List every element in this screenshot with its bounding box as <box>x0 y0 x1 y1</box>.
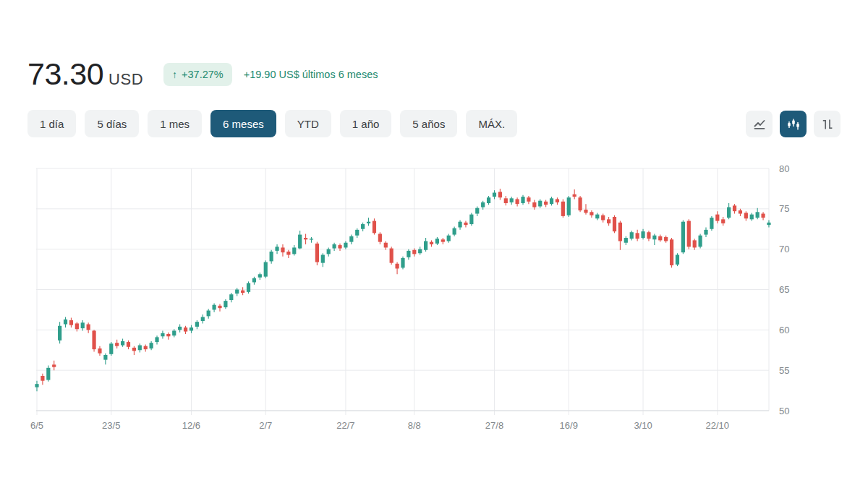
candle[interactable] <box>150 341 153 350</box>
candle[interactable] <box>52 361 56 370</box>
candle[interactable] <box>435 237 439 245</box>
candle[interactable] <box>487 196 490 205</box>
candle[interactable] <box>607 217 610 226</box>
candle[interactable] <box>521 195 524 205</box>
candle[interactable] <box>247 281 250 294</box>
candle[interactable] <box>344 241 347 249</box>
candle[interactable] <box>64 317 67 328</box>
candle[interactable] <box>504 196 508 205</box>
candle[interactable] <box>516 197 519 206</box>
candle[interactable] <box>441 238 445 244</box>
candle[interactable] <box>41 374 44 385</box>
candle[interactable] <box>573 189 576 199</box>
candle[interactable] <box>767 220 770 227</box>
candle[interactable] <box>252 277 256 285</box>
candle[interactable] <box>430 240 433 247</box>
candle[interactable] <box>315 242 319 265</box>
candle[interactable] <box>710 216 713 231</box>
candle[interactable] <box>292 245 296 256</box>
candle[interactable] <box>178 325 182 333</box>
candle[interactable] <box>367 218 370 226</box>
candle[interactable] <box>658 235 662 242</box>
candle[interactable] <box>704 228 707 237</box>
candle[interactable] <box>121 339 124 347</box>
candle[interactable] <box>561 199 565 218</box>
candle[interactable] <box>155 335 158 344</box>
candle[interactable] <box>229 293 233 302</box>
candle[interactable] <box>510 197 514 205</box>
candle[interactable] <box>184 326 187 334</box>
candle[interactable] <box>670 238 673 267</box>
candle[interactable] <box>584 204 587 215</box>
candle[interactable] <box>281 244 284 257</box>
candle[interactable] <box>298 231 302 249</box>
candle[interactable] <box>750 213 754 221</box>
candle[interactable] <box>458 220 461 229</box>
candle[interactable] <box>201 314 205 323</box>
candle[interactable] <box>92 330 95 351</box>
candle[interactable] <box>676 253 679 266</box>
candle[interactable] <box>241 287 244 295</box>
candle[interactable] <box>447 234 451 242</box>
candle[interactable] <box>595 213 599 220</box>
candle[interactable] <box>384 241 388 250</box>
candle[interactable] <box>412 249 416 257</box>
candle[interactable] <box>46 365 50 381</box>
candle[interactable] <box>333 243 336 251</box>
candle[interactable] <box>207 309 210 318</box>
candle[interactable] <box>103 354 107 365</box>
candle[interactable] <box>349 235 353 244</box>
candle[interactable] <box>733 204 736 213</box>
candle[interactable] <box>401 257 404 270</box>
candle[interactable] <box>390 247 393 265</box>
candle[interactable] <box>527 196 530 204</box>
candle[interactable] <box>109 342 113 356</box>
candle[interactable] <box>681 220 685 254</box>
candle[interactable] <box>556 197 559 205</box>
candle[interactable] <box>35 381 38 392</box>
candle[interactable] <box>693 239 697 250</box>
candle[interactable] <box>286 250 290 258</box>
candle[interactable] <box>321 253 325 267</box>
candle[interactable] <box>744 211 748 221</box>
candle[interactable] <box>453 226 456 236</box>
candle[interactable] <box>493 190 496 199</box>
candle[interactable] <box>469 213 473 226</box>
candle[interactable] <box>378 232 382 244</box>
candle[interactable] <box>275 244 278 254</box>
candle[interactable] <box>224 299 227 309</box>
candle[interactable] <box>630 231 634 240</box>
candle[interactable] <box>195 320 199 329</box>
candle[interactable] <box>166 333 170 340</box>
candle[interactable] <box>338 244 341 251</box>
candle[interactable] <box>647 231 650 241</box>
candle[interactable] <box>373 218 376 234</box>
candle[interactable] <box>115 340 119 348</box>
candlestick-chart[interactable]: 807570656055506/523/512/62/722/78/827/81… <box>0 0 868 488</box>
candle[interactable] <box>310 237 313 243</box>
candle[interactable] <box>618 221 622 250</box>
candle[interactable] <box>127 341 130 349</box>
candle[interactable] <box>395 262 399 275</box>
candle[interactable] <box>464 221 467 228</box>
candle[interactable] <box>613 215 616 234</box>
candle[interactable] <box>69 318 73 328</box>
candle[interactable] <box>144 344 148 351</box>
candle[interactable] <box>481 201 485 210</box>
candle[interactable] <box>601 214 605 223</box>
candle[interactable] <box>715 211 719 223</box>
candle[interactable] <box>739 209 742 216</box>
candle[interactable] <box>532 200 536 210</box>
candle[interactable] <box>550 197 553 205</box>
candle[interactable] <box>258 273 262 280</box>
candle[interactable] <box>361 223 365 231</box>
candle[interactable] <box>81 320 85 331</box>
candle[interactable] <box>264 260 268 278</box>
candle[interactable] <box>544 200 548 207</box>
candle[interactable] <box>87 322 90 333</box>
candle[interactable] <box>172 329 176 337</box>
candle[interactable] <box>664 236 668 243</box>
candle[interactable] <box>687 219 691 249</box>
candle[interactable] <box>270 250 273 264</box>
candle[interactable] <box>98 346 101 356</box>
